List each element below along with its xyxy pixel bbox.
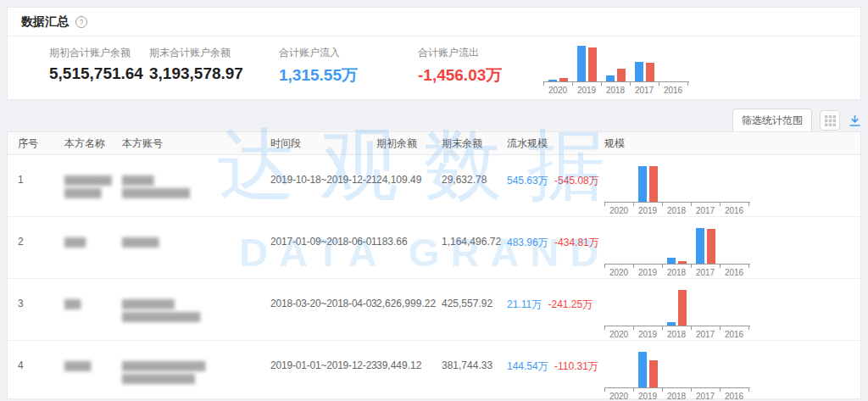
download-icon[interactable] — [848, 114, 861, 127]
chart-year-slot — [659, 46, 687, 81]
stat-end-total: 期末合计账户余额 3,193,578.97 — [149, 46, 243, 83]
chart-year-label: 2016 — [659, 86, 687, 95]
table-toolbar: 筛选统计范围 — [7, 109, 861, 131]
chart-year-slot — [633, 228, 662, 264]
scale-chart-cell: 20202019201820172016 — [594, 217, 860, 278]
col-header-flow-scale: 流水规模 — [497, 132, 594, 154]
period: 2019-01-01~2019-12-23 — [260, 341, 366, 401]
blurred-text: ██████████████ — [122, 372, 260, 385]
help-icon[interactable]: ? — [75, 16, 87, 28]
own-account-blurred: ██████████ ███████████████ — [112, 279, 260, 340]
chart-year-slot — [720, 352, 748, 387]
col-header-own-account: 本方账号 — [112, 132, 260, 154]
chart-year-label: 2019 — [633, 206, 662, 215]
chart-year-label: 2017 — [691, 330, 720, 339]
row-no: 4 — [8, 341, 54, 401]
inflow-bar — [577, 46, 586, 81]
own-name-blurred: █████████ ███████ — [54, 155, 112, 216]
inflow-value: 144.54万 — [507, 360, 548, 372]
outflow-value: -241.25万 — [548, 298, 593, 310]
chart-year-label: 2020 — [604, 206, 633, 215]
inflow-value: 483.96万 — [507, 237, 548, 248]
col-header-own-name: 本方名称 — [54, 132, 112, 154]
stat-value: 1,315.55万 — [279, 64, 358, 86]
table-row[interactable]: 1 █████████ ███████ ██████ █████████████… — [8, 155, 860, 217]
page-title: 数据汇总 — [21, 14, 69, 30]
chart-year-label: 2019 — [633, 268, 662, 277]
chart-year-slot — [604, 290, 633, 326]
own-account-blurred: ███████ — [112, 217, 260, 278]
period: 2017-01-09~2018-06-01 — [260, 217, 366, 278]
outflow-value: -434.81万 — [554, 237, 599, 248]
stat-begin-total: 期初合计账户余额 5,515,751.64 — [49, 46, 143, 83]
end-balance: 425,557.92 — [431, 279, 497, 340]
col-header-scale: 规模 — [594, 132, 860, 154]
blurred-text: ██████████ — [122, 298, 260, 310]
inflow-value: 545.63万 — [507, 175, 548, 187]
chart-year-slot — [633, 290, 662, 326]
blurred-text: ███████████████ — [122, 310, 260, 323]
chart-year-label: 2020 — [604, 392, 633, 401]
own-name-blurred: █████ — [54, 341, 112, 401]
chart-year-label: 2016 — [720, 206, 748, 215]
period: 2018-03-20~2018-04-03 — [260, 279, 366, 340]
stat-label: 期末合计账户余额 — [149, 46, 243, 60]
table-header-row: 序号 本方名称 本方账号 时间段 期初余额 期末余额 流水规模 规模 — [8, 132, 860, 155]
end-balance: 1,164,496.72 — [431, 217, 497, 278]
chart-axis — [543, 81, 689, 86]
end-balance: 381,744.33 — [431, 341, 497, 401]
blurred-text: ████ — [64, 236, 112, 248]
stat-value: -1,456.03万 — [418, 64, 502, 86]
chart-year-slot — [601, 46, 630, 81]
chart-year-slot — [633, 166, 662, 202]
scale-chart-cell: 20202019201820172016 — [594, 341, 860, 401]
chart-year-label: 2016 — [720, 330, 748, 339]
flow-scale: 21.11万 -241.25万 — [497, 279, 594, 340]
row-flow-chart: 20202019201820172016 — [604, 228, 750, 277]
col-header-no: 序号 — [8, 132, 54, 154]
summary-card: 数据汇总 ? 期初合计账户余额 5,515,751.64 期末合计账户余额 3,… — [7, 7, 861, 100]
inflow-value: 21.11万 — [507, 298, 542, 310]
chart-year-label: 2018 — [662, 392, 691, 401]
chart-axis — [604, 387, 750, 392]
summary-card-header: 数据汇总 ? — [8, 8, 860, 36]
grid-icon[interactable] — [820, 110, 840, 131]
outflow-bar — [649, 166, 658, 202]
inflow-bar — [696, 228, 704, 264]
begin-balance: 39,449.12 — [366, 341, 431, 401]
chart-year-slot — [662, 166, 691, 202]
filter-range-button[interactable]: 筛选统计范围 — [732, 109, 812, 133]
inflow-bar — [638, 166, 647, 202]
begin-balance: 183.66 — [366, 217, 431, 278]
stat-label: 合计账户流入 — [279, 46, 358, 60]
own-account-blurred: ██████ █████████████ — [112, 155, 260, 216]
table-row[interactable]: 4 █████ ████████████████ ██████████████ … — [8, 341, 860, 401]
chart-year-label: 2020 — [604, 268, 633, 277]
own-name-blurred: ████ — [54, 217, 112, 278]
chart-year-label: 2019 — [633, 330, 662, 339]
chart-axis — [604, 202, 750, 206]
row-flow-chart: 20202019201820172016 — [604, 290, 750, 339]
row-no: 3 — [8, 279, 54, 340]
chart-axis — [604, 264, 750, 268]
table-row[interactable]: 2 ████ ███████ 2017-01-09~2018-06-01 183… — [8, 217, 860, 279]
table-row[interactable]: 3 ███ ██████████ ███████████████ 2018-03… — [8, 279, 860, 341]
begin-balance: 2,626,999.22 — [366, 279, 431, 340]
outflow-bar — [588, 47, 597, 81]
blurred-text: ███████ — [122, 236, 260, 248]
chart-year-label: 2020 — [604, 330, 633, 339]
summary-flow-chart: 20202019201820172016 — [543, 46, 689, 95]
chart-axis — [604, 326, 750, 330]
chart-year-label: 2017 — [691, 268, 720, 277]
own-account-blurred: ████████████████ ██████████████ — [112, 341, 260, 401]
chart-year-slot — [691, 352, 720, 387]
chart-year-label: 2016 — [720, 268, 748, 277]
inflow-bar — [635, 62, 643, 81]
begin-balance: 24,109.49 — [366, 155, 431, 216]
chart-year-label: 2017 — [691, 392, 720, 401]
chart-year-label: 2018 — [662, 206, 691, 215]
chart-year-slot — [720, 166, 748, 202]
outflow-bar — [617, 69, 626, 81]
chart-year-label: 2018 — [601, 86, 630, 95]
chart-year-slot — [720, 290, 748, 326]
